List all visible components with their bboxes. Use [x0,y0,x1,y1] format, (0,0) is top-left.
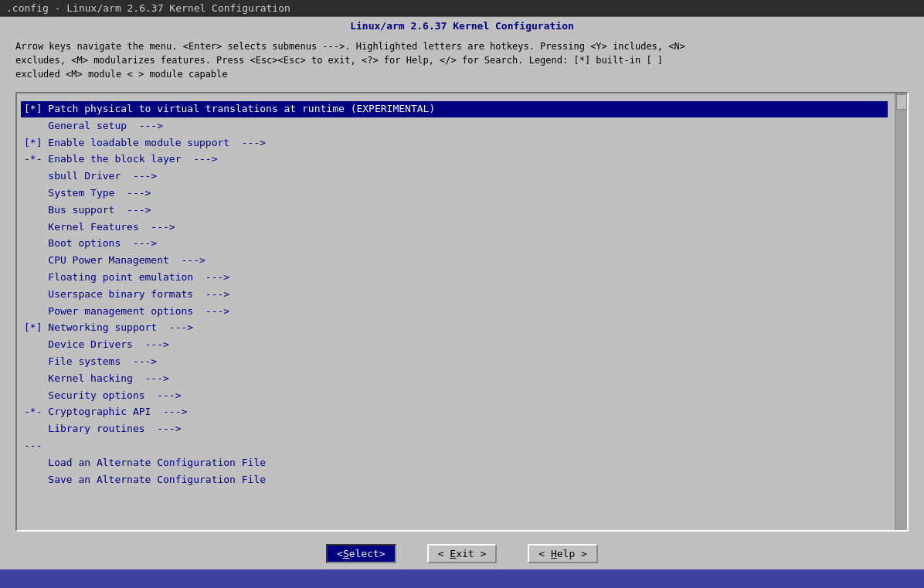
menu-item-block-layer[interactable]: -*- Enable the block layer ---> [21,151,888,168]
menu-item-kernel-hacking[interactable]: Kernel hacking ---> [21,371,888,387]
menu-item-loadable-module[interactable]: [*] Enable loadable module support ---> [21,135,888,151]
bottom-bar: <Select> < Exit > < Help > [0,538,924,569]
menu-item-power-management[interactable]: Power management options ---> [21,304,888,320]
menu-item-floating-point[interactable]: Floating point emulation ---> [21,270,888,286]
menu-item-patch-physical[interactable]: [*] Patch physical to virtual translatio… [21,101,888,117]
menu-item-networking[interactable]: [*] Networking support ---> [21,320,888,336]
menu-item-file-systems[interactable]: File systems ---> [21,354,888,370]
menu-item-kernel-features[interactable]: Kernel Features ---> [21,219,888,236]
instruction-line2: excludes, <M> modularizes features. Pres… [15,53,909,67]
status-bar [0,569,924,588]
menu-items-list: [*] Patch physical to virtual translatio… [21,101,903,488]
top-bar: Linux/arm 2.6.37 Kernel Configuration [0,17,924,35]
instruction-line1: Arrow keys navigate the menu. <Enter> se… [15,39,909,53]
main-window: Linux/arm 2.6.37 Kernel Configuration Ar… [0,17,924,569]
menu-item-bus-support[interactable]: Bus support ---> [21,202,888,219]
instructions: Arrow keys navigate the menu. <Enter> se… [0,35,924,86]
menu-item-general-setup[interactable]: General setup ---> [21,118,888,134]
menu-item-security-options[interactable]: Security options ---> [21,388,888,404]
scrollbar[interactable] [895,93,907,530]
menu-box[interactable]: [*] Patch physical to virtual translatio… [15,92,909,532]
menu-item-sbull-driver[interactable]: sbull Driver ---> [21,168,888,185]
menu-item-system-type[interactable]: System Type ---> [21,185,888,202]
instruction-line3: excluded <M> module < > module capable [15,67,909,81]
menu-item-load-config[interactable]: Load an Alternate Configuration File [21,455,888,471]
title-text: .config - Linux/arm 2.6.37 Kernel Config… [6,2,290,14]
help-button[interactable]: < Help > [528,544,598,563]
menu-container: [*] Patch physical to virtual translatio… [0,86,924,538]
menu-item-separator[interactable]: --- [21,438,888,454]
exit-button[interactable]: < Exit > [427,544,498,563]
menu-item-cryptographic-api[interactable]: -*- Cryptographic API ---> [21,404,888,420]
menu-item-boot-options[interactable]: Boot options ---> [21,236,888,252]
title-bar: .config - Linux/arm 2.6.37 Kernel Config… [0,0,924,17]
menu-item-userspace-binary[interactable]: Userspace binary formats ---> [21,287,888,303]
top-bar-title: Linux/arm 2.6.37 Kernel Configuration [350,20,574,32]
menu-item-save-config[interactable]: Save an Alternate Configuration File [21,472,888,488]
menu-item-device-drivers[interactable]: Device Drivers ---> [21,337,888,353]
menu-item-cpu-power[interactable]: CPU Power Management ---> [21,253,888,269]
select-button[interactable]: <Select> [326,544,396,563]
menu-item-library-routines[interactable]: Library routines ---> [21,421,888,437]
scrollbar-thumb[interactable] [896,94,907,110]
